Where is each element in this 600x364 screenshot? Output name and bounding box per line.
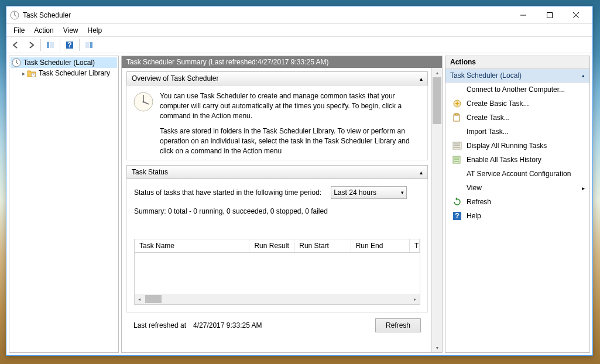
col-task-name[interactable]: Task Name [135, 239, 249, 252]
svg-rect-4 [547, 12, 552, 18]
action-import[interactable]: Import Task... [445, 125, 589, 139]
last-refreshed-prefix: Last refreshed at [133, 321, 186, 329]
overview-title: Overview of Task Scheduler [132, 74, 219, 83]
refresh-button[interactable]: Refresh [375, 318, 421, 332]
collapse-icon[interactable]: ▴ [420, 75, 423, 82]
footer-row: Last refreshed at 4/27/2017 9:33:25 AM R… [126, 313, 428, 338]
action-view[interactable]: View ▸ [445, 181, 589, 195]
help-button[interactable]: ? [63, 38, 77, 52]
period-value: Last 24 hours [334, 188, 376, 197]
status-title: Task Status [132, 168, 168, 176]
svg-rect-11 [85, 42, 90, 48]
scroll-up-icon[interactable]: ▴ [432, 68, 442, 77]
refresh-icon [452, 197, 462, 207]
action-at-config[interactable]: AT Service Account Configuration [445, 167, 589, 181]
scroll-thumb[interactable] [433, 77, 441, 124]
summary-content: Overview of Task Scheduler ▴ You can use… [122, 68, 431, 352]
svg-point-21 [143, 101, 145, 103]
menu-file[interactable]: File [9, 25, 29, 36]
action-create-basic[interactable]: Create Basic Task... [445, 97, 589, 111]
scroll-thumb[interactable] [145, 295, 162, 303]
col-run-end[interactable]: Run End [351, 239, 410, 252]
overview-p1: You can use Task Scheduler to create and… [160, 91, 421, 121]
svg-text:?: ? [67, 41, 71, 49]
scroll-down-icon[interactable]: ▾ [432, 343, 442, 352]
collapse-icon[interactable]: ▴ [420, 169, 423, 176]
action-at-config-label: AT Service Account Configuration [467, 170, 571, 178]
tree-root-label: Task Scheduler (Local) [23, 59, 95, 67]
action-connect-label: Connect to Another Computer... [467, 85, 565, 94]
show-hide-tree-button[interactable] [43, 38, 57, 52]
menu-action[interactable]: Action [29, 25, 58, 36]
svg-rect-12 [90, 42, 92, 48]
clock-icon [12, 58, 21, 67]
menu-view[interactable]: View [59, 25, 83, 36]
svg-text:?: ? [455, 212, 459, 220]
horizontal-scrollbar[interactable]: ◂ ▸ [135, 294, 420, 304]
menubar: File Action View Help [6, 24, 592, 37]
close-button[interactable] [563, 7, 589, 23]
action-enable-history-label: Enable All Tasks History [467, 156, 541, 164]
chevron-right-icon[interactable]: ▸ [20, 70, 27, 77]
scroll-right-icon[interactable]: ▸ [410, 297, 420, 302]
action-create-task[interactable]: Create Task... [445, 111, 589, 125]
maximize-button[interactable] [536, 7, 563, 23]
summary-header-suffix: ) [327, 58, 329, 66]
toolbar-separator [60, 39, 60, 51]
status-period-label: Status of tasks that have started in the… [134, 188, 321, 197]
tree-root[interactable]: Task Scheduler (Local) [11, 57, 117, 68]
summary-header: Task Scheduler Summary (Last refreshed: … [122, 56, 442, 68]
window-title: Task Scheduler [23, 11, 510, 19]
vertical-scrollbar[interactable]: ▴ ▾ [431, 68, 442, 352]
svg-rect-7 [47, 42, 49, 48]
status-summary: Summary: 0 total - 0 running, 0 succeede… [134, 207, 420, 215]
content-area: Task Scheduler (Local) ▸ Task Scheduler … [6, 53, 592, 355]
summary-header-time: 4/27/2017 9:33:25 AM [258, 58, 326, 66]
svg-rect-24 [455, 114, 458, 115]
tree-library[interactable]: ▸ Task Scheduler Library [11, 68, 117, 78]
folder-icon [27, 68, 36, 78]
action-help[interactable]: ? Help [445, 209, 589, 223]
col-run-result[interactable]: Run Result [249, 239, 294, 252]
blank-icon [452, 127, 462, 136]
action-refresh[interactable]: Refresh [445, 195, 589, 209]
blank-icon [452, 183, 462, 193]
overview-panel-head[interactable]: Overview of Task Scheduler ▴ [126, 71, 428, 85]
actions-section-label: Task Scheduler (Local) [450, 71, 522, 80]
summary-pane: Task Scheduler Summary (Last refreshed: … [121, 56, 443, 353]
period-select[interactable]: Last 24 hours ▾ [331, 186, 407, 199]
col-run-start[interactable]: Run Start [294, 239, 351, 252]
status-table: Task Name Run Result Run Start Run End T… [134, 239, 420, 305]
overview-p2: Tasks are stored in folders in the Task … [160, 126, 421, 156]
action-refresh-label: Refresh [467, 198, 491, 206]
action-connect[interactable]: Connect to Another Computer... [445, 83, 589, 97]
collapse-icon: ▴ [582, 73, 585, 78]
blank-icon [452, 85, 462, 94]
tree-library-label: Task Scheduler Library [39, 69, 110, 77]
actions-pane: Actions Task Scheduler (Local) ▴ Connect… [445, 56, 590, 353]
action-enable-history[interactable]: Enable All Tasks History [445, 153, 589, 167]
scroll-left-icon[interactable]: ◂ [135, 297, 144, 302]
action-create-task-label: Create Task... [467, 114, 510, 122]
refresh-button-label: Refresh [386, 321, 410, 329]
toolbar-separator [79, 39, 80, 51]
help-icon: ? [452, 211, 462, 221]
last-refreshed-time: 4/27/2017 9:33:25 AM [193, 321, 262, 329]
action-create-basic-label: Create Basic Task... [467, 99, 529, 108]
actions-section-head[interactable]: Task Scheduler (Local) ▴ [445, 69, 589, 83]
forward-button[interactable] [24, 38, 38, 52]
minimize-button[interactable] [510, 7, 536, 23]
status-panel-head[interactable]: Task Status ▴ [126, 165, 428, 179]
back-button[interactable] [9, 38, 23, 52]
blank-icon [452, 169, 462, 178]
clock-large-icon [133, 91, 154, 156]
col-t[interactable]: T [410, 239, 420, 252]
titlebar: Task Scheduler [6, 6, 592, 24]
menu-help[interactable]: Help [83, 25, 107, 36]
show-hide-action-button[interactable] [82, 38, 96, 52]
wizard-icon [452, 99, 462, 108]
overview-body: You can use Task Scheduler to create and… [126, 85, 428, 160]
tree-pane: Task Scheduler (Local) ▸ Task Scheduler … [9, 56, 119, 353]
action-display-running[interactable]: Display All Running Tasks [445, 139, 589, 153]
action-display-running-label: Display All Running Tasks [467, 142, 547, 150]
